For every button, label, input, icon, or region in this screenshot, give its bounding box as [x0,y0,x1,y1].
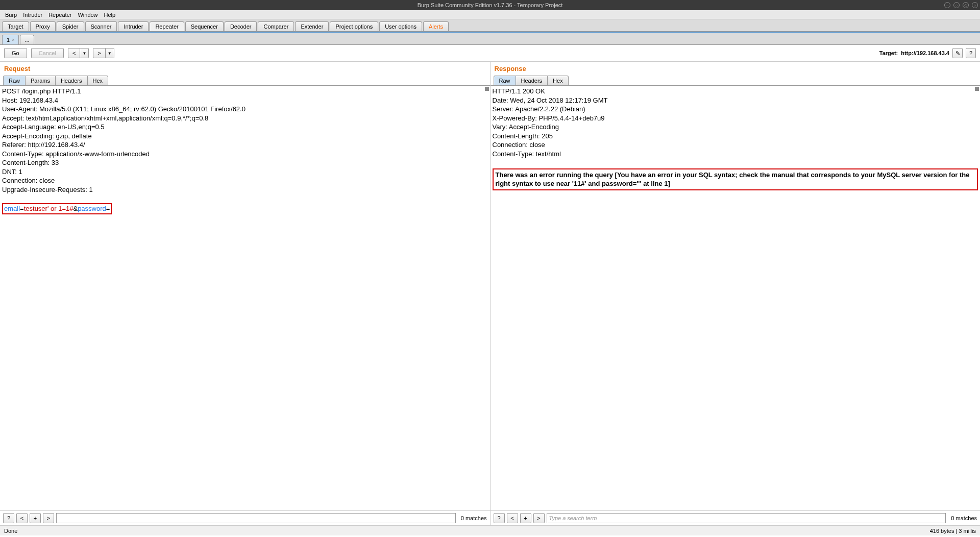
tab-spider[interactable]: Spider [57,21,84,31]
search-help-button[interactable]: ? [3,513,14,523]
request-pane: Request Raw Params Headers Hex POST /log… [0,62,491,525]
maximize-button[interactable]: ◇ [963,2,969,8]
close-icon[interactable]: × [12,37,14,42]
main-tabs: Target Proxy Spider Scanner Intruder Rep… [0,19,980,32]
repeater-sub-tabs: 1 × ... [0,33,980,45]
window-title: Burp Suite Community Edition v1.7.36 - T… [418,2,563,8]
request-body-highlight: email=testuser' or 1=1#&password= [2,203,112,214]
request-tab-raw[interactable]: Raw [3,76,26,85]
repeater-tab-1[interactable]: 1 × [2,35,19,44]
tab-decoder[interactable]: Decoder [225,21,257,31]
tab-comparer[interactable]: Comparer [258,21,294,31]
response-match-count: 0 matches [951,515,977,521]
response-body-highlight: There was an error running the query [Yo… [493,168,978,190]
tab-user-options[interactable]: User options [379,21,422,31]
tab-project-options[interactable]: Project options [330,21,378,31]
menu-window[interactable]: Window [75,12,101,18]
repeater-tab-more[interactable]: ... [20,35,34,44]
history-next-split: > ▼ [93,48,114,58]
tab-extender[interactable]: Extender [295,21,329,31]
search-prev-button[interactable]: < [16,513,28,523]
response-tab-raw[interactable]: Raw [494,76,516,85]
request-title: Request [0,62,490,76]
menu-repeater[interactable]: Repeater [45,12,75,18]
request-editor[interactable]: POST /login.php HTTP/1.1 Host: 192.168.4… [0,86,490,510]
history-prev-menu[interactable]: ▼ [80,48,89,58]
search-help-button[interactable]: ? [494,513,505,523]
history-prev-split: < ▼ [68,48,89,58]
help-button[interactable]: ? [966,48,976,58]
menu-help[interactable]: Help [101,12,119,18]
search-prev-button[interactable]: < [507,513,518,523]
history-next-menu[interactable]: ▼ [106,48,114,58]
request-tab-headers[interactable]: Headers [55,76,88,85]
request-tab-params[interactable]: Params [25,76,56,85]
repeater-tab-label: 1 [7,37,10,43]
edit-target-button[interactable]: ✎ [952,48,963,58]
minimize-button[interactable]: – [944,2,950,8]
repeater-toolbar: Go Cancel < ▼ > ▼ Target: http://192.168… [0,45,980,62]
search-add-button[interactable]: + [30,513,41,523]
menubar: Burp Intruder Repeater Window Help [0,10,980,19]
response-search-bar: ? < + > 0 matches [491,510,981,525]
scrollbar-indicator[interactable] [975,87,979,91]
scrollbar-indicator[interactable] [485,87,489,91]
window-controls: – ○ ◇ ○ [944,2,978,8]
tab-alerts[interactable]: Alerts [423,21,449,31]
tab-sequencer[interactable]: Sequencer [185,21,224,31]
response-view-tabs: Raw Headers Hex [491,76,981,86]
search-next-button[interactable]: > [533,513,545,523]
request-tab-hex[interactable]: Hex [87,76,109,85]
tab-intruder[interactable]: Intruder [118,21,149,31]
search-next-button[interactable]: > [43,513,54,523]
help-icon: ? [969,50,972,56]
status-right: 416 bytes | 3 millis [930,528,976,534]
close-button[interactable]: ○ [972,2,978,8]
response-title: Response [491,62,981,76]
pencil-icon: ✎ [955,50,960,57]
tab-target[interactable]: Target [2,21,29,31]
response-editor[interactable]: HTTP/1.1 200 OK Date: Wed, 24 Oct 2018 1… [491,86,981,510]
response-tab-hex[interactable]: Hex [547,76,569,85]
response-search-input[interactable] [547,513,946,523]
statusbar: Done 416 bytes | 3 millis [0,525,980,535]
menu-intruder[interactable]: Intruder [20,12,45,18]
cancel-button[interactable]: Cancel [31,48,64,58]
menu-button[interactable]: ○ [953,2,960,8]
response-tab-headers[interactable]: Headers [516,76,548,85]
search-add-button[interactable]: + [520,513,531,523]
request-view-tabs: Raw Params Headers Hex [0,76,490,86]
target-url: http://192.168.43.4 [901,50,949,56]
history-next-button[interactable]: > [93,48,105,58]
tab-repeater[interactable]: Repeater [150,21,184,31]
tab-proxy[interactable]: Proxy [30,21,56,31]
menu-burp[interactable]: Burp [2,12,20,18]
history-prev-button[interactable]: < [68,48,80,58]
request-search-bar: ? < + > 0 matches [0,510,490,525]
request-search-input[interactable] [56,513,456,523]
response-pane: Response Raw Headers Hex HTTP/1.1 200 OK… [491,62,981,525]
go-button[interactable]: Go [4,48,27,58]
status-left: Done [4,528,17,534]
target-prefix: Target: [879,50,898,56]
tab-scanner[interactable]: Scanner [85,21,117,31]
request-match-count: 0 matches [461,515,487,521]
request-response-split: Request Raw Params Headers Hex POST /log… [0,62,980,525]
window-titlebar: Burp Suite Community Edition v1.7.36 - T… [0,0,980,10]
